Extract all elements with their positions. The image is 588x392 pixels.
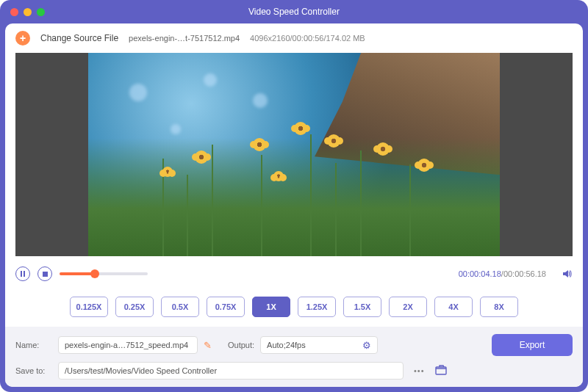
speed-button-2x[interactable]: 2X [389,297,427,317]
name-label: Name: [15,341,52,349]
source-info: 4096x2160/00:00:56/174.02 MB [250,34,365,43]
volume-icon[interactable] [561,268,573,280]
svg-rect-2 [43,272,48,277]
output-settings-icon[interactable]: ⚙ [362,340,371,351]
speed-button-1x[interactable]: 1X [252,297,290,317]
svg-rect-0 [21,271,22,277]
browse-button[interactable]: ••• [409,366,429,375]
save-path-field[interactable]: /Users/test/Movies/Video Speed Controlle… [58,362,404,380]
video-preview[interactable] [15,53,573,256]
speed-button-1-5x[interactable]: 1.5X [343,297,381,317]
output-format-field[interactable]: Auto;24fps ⚙ [260,336,378,354]
speed-button-0-75x[interactable]: 0.75X [207,297,245,317]
edit-name-icon[interactable]: ✎ [204,340,212,351]
speed-button-1-25x[interactable]: 1.25X [298,297,336,317]
output-label: Output: [228,341,254,349]
change-source-button[interactable]: Change Source File [40,33,118,43]
speed-button-0-25x[interactable]: 0.25X [115,297,154,317]
seek-slider[interactable] [60,272,148,275]
speed-selector-row: 0.125X0.25X0.5X0.75X1X1.25X1.5X2X4X8X [5,287,583,327]
source-toolbar: + Change Source File pexels-engin-…t-751… [5,23,583,53]
stop-button[interactable] [37,266,52,281]
speed-button-0-125x[interactable]: 0.125X [70,297,108,317]
add-source-icon[interactable]: + [15,31,30,46]
source-filename: pexels-engin-…t-7517512.mp4 [129,34,240,43]
seek-thumb[interactable] [90,269,99,278]
window-title: Video Speed Controller [0,7,588,17]
speed-button-8x[interactable]: 8X [480,297,518,317]
speed-button-4x[interactable]: 4X [434,297,473,317]
name-field[interactable]: pexels-engin-a…7512_speed.mp4 [58,336,198,354]
current-time: 00:00:04.18 [459,269,501,278]
speed-button-0-5x[interactable]: 0.5X [161,297,199,317]
save-to-label: Save to: [15,366,52,375]
open-folder-icon[interactable] [435,365,447,377]
duration-time: 00:00:56.18 [503,269,546,278]
titlebar: Video Speed Controller [0,0,588,23]
export-button[interactable]: Export [492,334,573,356]
playback-controls: 00:00:04.18/00:00:56.18 [5,261,583,287]
output-panel: Name: pexels-engin-a…7512_speed.mp4 ✎ Ou… [5,327,583,387]
time-display: 00:00:04.18/00:00:56.18 [459,269,546,278]
pause-button[interactable] [15,266,30,281]
svg-rect-1 [24,271,25,277]
